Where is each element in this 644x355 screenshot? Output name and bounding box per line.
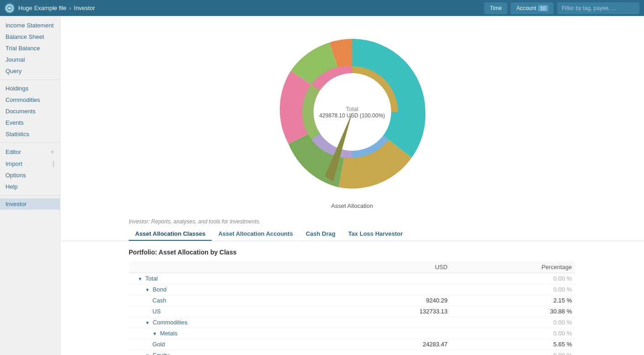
current-page: Investor — [74, 5, 95, 11]
app-name[interactable]: Huge Example file — [18, 5, 67, 11]
sidebar: Income Statement Balance Sheet Trial Bal… — [0, 16, 60, 355]
breadcrumb: Huge Example file › Investor — [18, 5, 95, 11]
content-area: Total 429878.10 USD (100.00%) Asset Allo… — [60, 16, 644, 355]
account-label: Account — [516, 5, 536, 11]
tab-asset-allocation-classes[interactable]: Asset Allocation Classes — [129, 228, 212, 241]
row-name-bond[interactable]: ▼ Bond — [129, 284, 335, 295]
row-usd-cash: 9240.29 — [335, 295, 451, 306]
row-usd-metals — [335, 328, 451, 339]
sidebar-item-documents[interactable]: Documents — [0, 106, 60, 117]
toggle-bond[interactable]: ▼ — [145, 287, 150, 292]
app-logo — [5, 3, 15, 13]
donut-chart-container: Total 429878.10 USD (100.00%) — [266, 25, 439, 199]
table-row: ▼ Commodities 0.00 % — [129, 317, 576, 328]
col-header-name — [129, 261, 335, 273]
row-pct-bond: 0.00 % — [451, 284, 576, 295]
filter-input[interactable] — [557, 2, 639, 14]
row-name-us[interactable]: US — [129, 306, 335, 317]
toggle-commodities[interactable]: ▼ — [145, 320, 150, 325]
sidebar-divider-2 — [0, 143, 60, 143]
sidebar-item-help[interactable]: Help — [0, 181, 60, 192]
row-usd-equity — [335, 350, 451, 355]
table-row: Cash 9240.29 2.15 % — [129, 295, 576, 306]
editor-plus-icon: + — [51, 148, 54, 155]
investor-description: Investor: Reports, analyses, and tools f… — [129, 218, 576, 228]
tab-tax-loss-harvestor[interactable]: Tax Loss Harvestor — [342, 228, 409, 241]
row-usd-total — [335, 273, 451, 284]
main-layout: Income Statement Balance Sheet Trial Bal… — [0, 16, 644, 355]
breadcrumb-sep: › — [69, 5, 71, 11]
col-header-pct: Percentage — [451, 261, 576, 273]
table-row: Gold 24283.47 5.65 % — [129, 339, 576, 350]
row-name-metals[interactable]: ▼ Metals — [129, 328, 335, 339]
row-usd-bond — [335, 284, 451, 295]
sidebar-item-events[interactable]: Events — [0, 117, 60, 128]
row-pct-total: 0.00 % — [451, 273, 576, 284]
row-pct-us: 30.88 % — [451, 306, 576, 317]
chart-area: Total 429878.10 USD (100.00%) Asset Allo… — [60, 16, 644, 214]
row-usd-gold: 24283.47 — [335, 339, 451, 350]
sidebar-item-balance-sheet[interactable]: Balance Sheet — [0, 31, 60, 42]
portfolio-title: Portfolio: Asset Allocation by Class — [129, 249, 576, 256]
chart-title: Asset Allocation — [331, 202, 373, 209]
sidebar-reports-section: Income Statement Balance Sheet Trial Bal… — [0, 20, 60, 77]
table-row: ▼ Total 0.00 % — [129, 273, 576, 284]
col-header-usd: USD — [335, 261, 451, 273]
row-usd-commodities — [335, 317, 451, 328]
sidebar-divider-3 — [0, 195, 60, 196]
table-row: ▼ Bond 0.00 % — [129, 284, 576, 295]
tabs-area: Investor: Reports, analyses, and tools f… — [60, 214, 644, 241]
sidebar-item-holdings[interactable]: Holdings — [0, 83, 60, 94]
row-name-cash[interactable]: Cash — [129, 295, 335, 306]
sidebar-item-investor[interactable]: Investor — [0, 198, 60, 210]
table-row: ▼ Equity 0.00 % — [129, 350, 576, 355]
import-indicator: | — [52, 160, 54, 167]
row-pct-cash: 2.15 % — [451, 295, 576, 306]
sidebar-item-editor[interactable]: Editor + — [0, 146, 60, 158]
time-button[interactable]: Time — [484, 2, 507, 14]
sidebar-item-import[interactable]: Import | — [0, 158, 60, 170]
row-usd-us: 132733.13 — [335, 306, 451, 317]
topbar: Huge Example file › Investor Time Accoun… — [0, 0, 644, 16]
toggle-total[interactable]: ▼ — [138, 276, 142, 281]
import-label: Import — [5, 160, 22, 167]
donut-chart-svg — [266, 25, 439, 199]
tab-bar: Asset Allocation Classes Asset Allocatio… — [129, 228, 576, 241]
tab-cash-drag[interactable]: Cash Drag — [299, 228, 342, 241]
portfolio-area: Portfolio: Asset Allocation by Class USD… — [60, 241, 644, 355]
table-header-row: USD Percentage — [129, 261, 576, 273]
row-name-gold[interactable]: Gold — [129, 339, 335, 350]
tab-asset-allocation-accounts[interactable]: Asset Allocation Accounts — [212, 228, 299, 241]
row-pct-gold: 5.65 % — [451, 339, 576, 350]
sidebar-item-statistics[interactable]: Statistics — [0, 128, 60, 140]
row-pct-commodities: 0.00 % — [451, 317, 576, 328]
sidebar-item-trial-balance[interactable]: Trial Balance — [0, 42, 60, 54]
sidebar-item-income-statement[interactable]: Income Statement — [0, 20, 60, 31]
table-row: ▼ Metals 0.00 % — [129, 328, 576, 339]
toggle-equity[interactable]: ▼ — [145, 353, 150, 355]
sidebar-item-commodities[interactable]: Commodities — [0, 94, 60, 106]
account-badge: 10 — [538, 5, 548, 11]
row-name-total[interactable]: ▼ Total — [129, 273, 335, 284]
editor-label: Editor — [5, 148, 21, 155]
sidebar-item-options[interactable]: Options — [0, 170, 60, 181]
row-pct-equity: 0.00 % — [451, 350, 576, 355]
toggle-metals[interactable]: ▼ — [152, 331, 157, 336]
row-pct-metals: 0.00 % — [451, 328, 576, 339]
sidebar-tools-section: Holdings Commodities Documents Events St… — [0, 83, 60, 140]
row-name-equity[interactable]: ▼ Equity — [129, 350, 335, 355]
sidebar-investor-section: Investor — [0, 198, 60, 210]
allocation-table: USD Percentage ▼ Total 0.00 % — [129, 261, 576, 355]
table-row: US 132733.13 30.88 % — [129, 306, 576, 317]
sidebar-divider-1 — [0, 79, 60, 80]
account-button[interactable]: Account 10 — [511, 2, 554, 14]
sidebar-item-query[interactable]: Query — [0, 65, 60, 77]
sidebar-admin-section: Editor + Import | Options Help — [0, 146, 60, 192]
row-name-commodities[interactable]: ▼ Commodities — [129, 317, 335, 328]
sidebar-item-journal[interactable]: Journal — [0, 54, 60, 65]
